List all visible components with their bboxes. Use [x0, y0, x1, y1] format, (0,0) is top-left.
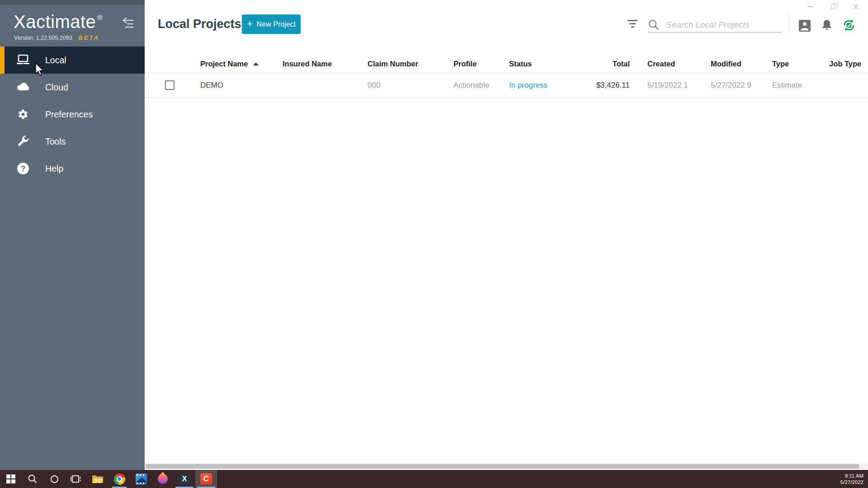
column-header-project-name[interactable]: Project Name: [200, 60, 283, 68]
column-header-type[interactable]: Type: [772, 60, 829, 68]
sidebar-item-help[interactable]: ? Help: [0, 155, 145, 182]
column-header-insured-name[interactable]: Insured Name: [283, 60, 368, 68]
column-header-created[interactable]: Created: [630, 60, 711, 68]
sidebar-item-label: Cloud: [45, 82, 68, 93]
windows-taskbar: X C 9:11 AM 5/27/2022: [0, 470, 868, 488]
minimize-icon: [808, 6, 813, 7]
paint-3d-icon: [156, 472, 170, 486]
taskbar-camtasia-button[interactable]: C: [195, 470, 217, 488]
app-logo: Xactimate®: [14, 12, 102, 32]
xactimate-window: Xactimate® Version: 1.22.505.2093 BETA: [0, 0, 868, 488]
sort-ascending-icon: [253, 62, 259, 66]
cell-type: Estimate: [772, 81, 829, 90]
row-checkbox[interactable]: [165, 80, 175, 90]
cell-status: In progress: [509, 81, 571, 90]
sidebar-item-cloud[interactable]: Cloud: [0, 74, 145, 101]
laptop-icon: [16, 53, 30, 67]
column-header-total[interactable]: Total: [571, 60, 630, 68]
cell-claim-number: 000: [368, 81, 453, 90]
camtasia-icon: C: [200, 473, 212, 485]
version-row: Version: 1.22.505.2093 BETA: [14, 34, 99, 41]
windows-logo-icon: [6, 474, 15, 483]
horizontal-scrollbar[interactable]: [145, 464, 868, 469]
account-button[interactable]: [798, 19, 811, 34]
help-icon: ?: [16, 162, 30, 175]
account-icon: [798, 19, 811, 33]
svg-text:?: ?: [21, 164, 25, 173]
filter-icon: [627, 20, 637, 21]
sync-button[interactable]: [842, 18, 856, 34]
filter-button[interactable]: [626, 20, 639, 30]
page-title: Local Projects: [158, 17, 241, 31]
taskbar-xactimate-button[interactable]: X: [174, 470, 195, 488]
notifications-button[interactable]: [821, 19, 833, 33]
cortana-icon: [51, 475, 58, 483]
sidebar-collapse-button[interactable]: [121, 17, 135, 29]
column-header-status[interactable]: Status: [509, 60, 571, 68]
taskbar-cortana-button[interactable]: [43, 470, 65, 488]
registered-mark: ®: [97, 14, 102, 21]
sidebar-item-local[interactable]: Local: [0, 47, 145, 74]
sidebar-item-label: Help: [45, 164, 63, 174]
cell-total: $3,426.11: [571, 81, 630, 90]
taskbar-chrome-button[interactable]: [108, 470, 130, 488]
taskbar-file-explorer-button[interactable]: [87, 470, 108, 488]
column-header-modified[interactable]: Modified: [711, 60, 772, 68]
sidebar-item-label: Tools: [45, 136, 66, 147]
row-checkbox-cell: [145, 80, 200, 90]
table-row[interactable]: DEMO 000 Actionable In progress $3,426.1…: [145, 73, 868, 98]
search-input[interactable]: [666, 20, 782, 30]
cell-modified: 5/27/2022 9: [711, 81, 772, 90]
clock-date: 5/27/2022: [840, 479, 863, 485]
sidebar-item-tools[interactable]: Tools: [0, 128, 145, 155]
projects-table: Project Name Insured Name Claim Number P…: [145, 55, 868, 98]
clock-time: 9:11 AM: [840, 473, 863, 479]
bell-icon: [821, 19, 833, 32]
close-button[interactable]: [850, 2, 862, 11]
search-box: [648, 17, 782, 33]
column-header-claim-number[interactable]: Claim Number: [368, 60, 453, 68]
movies-tv-icon: [136, 474, 147, 485]
restore-icon: [831, 5, 835, 9]
beta-badge: BETA: [79, 34, 99, 41]
search-icon: [648, 19, 660, 31]
sidebar-item-label: Preferences: [45, 109, 93, 120]
restore-button[interactable]: [827, 2, 839, 11]
table-header-row: Project Name Insured Name Claim Number P…: [145, 55, 868, 73]
taskbar-paint3d-button[interactable]: [152, 470, 174, 488]
new-project-button[interactable]: + New Project: [242, 14, 301, 34]
taskbar-search-icon: [28, 474, 38, 484]
header-divider: [788, 12, 789, 33]
sidebar-item-label: Local: [45, 55, 66, 66]
new-project-label: New Project: [257, 20, 296, 28]
chrome-icon: [114, 474, 125, 485]
sync-icon: [842, 18, 856, 33]
sidebar-item-preferences[interactable]: Preferences: [0, 101, 145, 128]
column-header-profile[interactable]: Profile: [453, 60, 509, 68]
sidebar-top-strip: [0, 0, 145, 5]
cell-created: 5/19/2022 1: [630, 81, 711, 90]
column-header-job-type[interactable]: Job Type: [829, 60, 868, 68]
collapse-menu-icon: [121, 17, 135, 29]
task-view-icon: [71, 474, 81, 483]
close-icon: [853, 4, 859, 9]
sidebar-nav: Local Cloud Preferences: [0, 47, 145, 182]
cell-project-name: DEMO: [200, 81, 283, 90]
minimize-button[interactable]: [805, 2, 816, 11]
taskbar-start-button[interactable]: [0, 470, 22, 488]
scrollbar-thumb[interactable]: [146, 464, 859, 469]
sidebar: Xactimate® Version: 1.22.505.2093 BETA: [0, 0, 145, 470]
taskbar-task-view-button[interactable]: [65, 470, 87, 488]
plus-icon: +: [247, 19, 253, 29]
app-logo-text: Xactimate: [14, 12, 96, 32]
version-label: Version: 1.22.505.2093: [14, 35, 72, 41]
taskbar-clock[interactable]: 9:11 AM 5/27/2022: [840, 470, 868, 488]
gear-icon: [16, 108, 30, 121]
window-controls: [805, 0, 868, 14]
cloud-icon: [16, 80, 30, 94]
cell-profile: Actionable: [453, 81, 509, 90]
taskbar-movies-tv-button[interactable]: [130, 470, 152, 488]
xactimate-icon: X: [179, 473, 190, 485]
taskbar-search-button[interactable]: [22, 470, 43, 488]
wrench-icon: [16, 135, 30, 148]
